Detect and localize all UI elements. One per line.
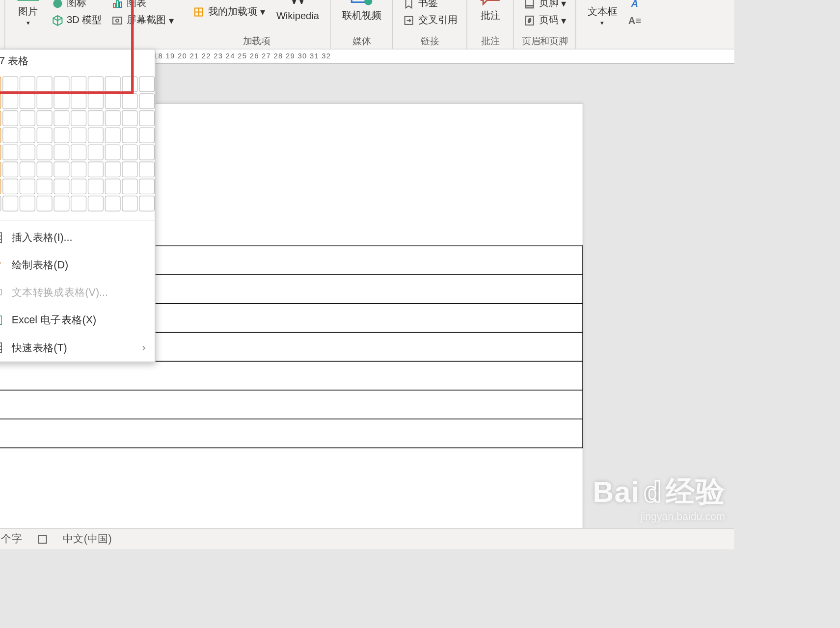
- textbox-button[interactable]: A 文本框 ▾: [583, 0, 622, 34]
- grid-cell[interactable]: [54, 145, 69, 160]
- grid-cell[interactable]: [122, 110, 137, 126]
- wordart-button[interactable]: A: [625, 0, 656, 11]
- get-addins-button[interactable]: 获取加载项: [190, 0, 268, 2]
- grid-cell[interactable]: [2, 93, 18, 109]
- picture-button[interactable]: 图片 ▾: [12, 0, 45, 34]
- grid-cell[interactable]: [20, 179, 35, 194]
- grid-cell[interactable]: [71, 110, 86, 126]
- grid-cell[interactable]: [105, 161, 121, 177]
- grid-cell[interactable]: [54, 196, 69, 211]
- online-video-button[interactable]: 联机视频: [337, 0, 386, 34]
- grid-cell[interactable]: [139, 161, 155, 177]
- grid-cell[interactable]: [88, 196, 104, 211]
- grid-cell[interactable]: [122, 179, 137, 194]
- insert-table-item[interactable]: 插入表格(I)...: [0, 224, 155, 251]
- grid-cell[interactable]: [88, 110, 104, 126]
- grid-cell[interactable]: [37, 161, 53, 177]
- grid-cell[interactable]: [88, 77, 104, 92]
- grid-cell[interactable]: [2, 161, 18, 177]
- table-row[interactable]: [0, 361, 582, 390]
- grid-cell[interactable]: [139, 128, 155, 143]
- grid-cell[interactable]: [71, 77, 86, 92]
- dropcap-button[interactable]: A≡: [625, 12, 656, 28]
- grid-cell[interactable]: [122, 196, 137, 211]
- grid-cell[interactable]: [0, 77, 1, 92]
- grid-cell[interactable]: [20, 145, 35, 160]
- grid-cell[interactable]: [139, 196, 155, 211]
- grid-cell[interactable]: [88, 128, 104, 143]
- grid-cell[interactable]: [88, 145, 104, 160]
- crossref-button[interactable]: 交叉引用: [400, 12, 460, 28]
- status-language[interactable]: 中文(中国): [63, 532, 112, 546]
- grid-cell[interactable]: [2, 196, 18, 211]
- grid-cell[interactable]: [0, 110, 1, 126]
- grid-cell[interactable]: [122, 145, 137, 160]
- grid-cell[interactable]: [2, 128, 18, 143]
- grid-cell[interactable]: [54, 161, 69, 177]
- grid-cell[interactable]: [37, 93, 53, 109]
- grid-cell[interactable]: [2, 110, 18, 126]
- 3d-models-button[interactable]: 3D 模型: [49, 12, 105, 28]
- grid-cell[interactable]: [54, 128, 69, 143]
- grid-cell[interactable]: [105, 196, 121, 211]
- grid-cell[interactable]: [54, 93, 69, 109]
- grid-cell[interactable]: [139, 110, 155, 126]
- my-addins-button[interactable]: 我的加载项 ▾: [190, 4, 268, 20]
- grid-cell[interactable]: [71, 93, 86, 109]
- icons-button[interactable]: 图标: [49, 0, 105, 11]
- excel-spreadsheet-item[interactable]: X Excel 电子表格(X): [0, 307, 155, 334]
- bookmark-button[interactable]: 书签: [400, 0, 460, 11]
- grid-cell[interactable]: [37, 196, 53, 211]
- grid-cell[interactable]: [37, 145, 53, 160]
- grid-cell[interactable]: [139, 93, 155, 109]
- grid-cell[interactable]: [105, 128, 121, 143]
- grid-cell[interactable]: [37, 179, 53, 194]
- grid-cell[interactable]: [71, 161, 86, 177]
- grid-cell[interactable]: [20, 161, 35, 177]
- grid-cell[interactable]: [20, 110, 35, 126]
- grid-cell[interactable]: [0, 179, 1, 194]
- grid-cell[interactable]: [37, 128, 53, 143]
- grid-cell[interactable]: [0, 93, 1, 109]
- table-row[interactable]: [0, 419, 582, 448]
- wikipedia-button[interactable]: W Wikipedia: [272, 0, 324, 34]
- grid-cell[interactable]: [0, 128, 1, 143]
- grid-cell[interactable]: [71, 145, 86, 160]
- status-words[interactable]: 0 个字: [0, 532, 22, 546]
- grid-cell[interactable]: [0, 145, 1, 160]
- grid-cell[interactable]: [71, 179, 86, 194]
- accessibility-icon[interactable]: [36, 533, 48, 545]
- grid-cell[interactable]: [54, 110, 69, 126]
- grid-cell[interactable]: [105, 110, 121, 126]
- grid-cell[interactable]: [105, 179, 121, 194]
- grid-cell[interactable]: [20, 128, 35, 143]
- grid-cell[interactable]: [37, 110, 53, 126]
- grid-cell[interactable]: [54, 179, 69, 194]
- grid-cell[interactable]: [122, 77, 137, 92]
- grid-cell[interactable]: [2, 179, 18, 194]
- grid-cell[interactable]: [20, 77, 35, 92]
- grid-cell[interactable]: [88, 93, 104, 109]
- draw-table-item[interactable]: 绘制表格(D): [0, 251, 155, 279]
- grid-cell[interactable]: [20, 196, 35, 211]
- comment-button[interactable]: 批注: [474, 0, 507, 34]
- grid-cell[interactable]: [71, 128, 86, 143]
- grid-cell[interactable]: [20, 93, 35, 109]
- table-size-grid[interactable]: [0, 74, 155, 218]
- grid-cell[interactable]: [105, 77, 121, 92]
- grid-cell[interactable]: [105, 145, 121, 160]
- grid-cell[interactable]: [2, 145, 18, 160]
- grid-cell[interactable]: [139, 145, 155, 160]
- table-row[interactable]: [0, 390, 582, 419]
- grid-cell[interactable]: [88, 179, 104, 194]
- grid-cell[interactable]: [54, 77, 69, 92]
- quick-tables-item[interactable]: 快速表格(T) ›: [0, 334, 155, 362]
- grid-cell[interactable]: [122, 161, 137, 177]
- footer-button[interactable]: 页脚 ▾: [520, 0, 569, 11]
- grid-cell[interactable]: [2, 77, 18, 92]
- grid-cell[interactable]: [71, 196, 86, 211]
- grid-cell[interactable]: [139, 179, 155, 194]
- grid-cell[interactable]: [105, 93, 121, 109]
- pagenum-button[interactable]: #页码 ▾: [520, 12, 569, 28]
- screenshot-button[interactable]: 屏幕截图 ▾: [108, 12, 177, 28]
